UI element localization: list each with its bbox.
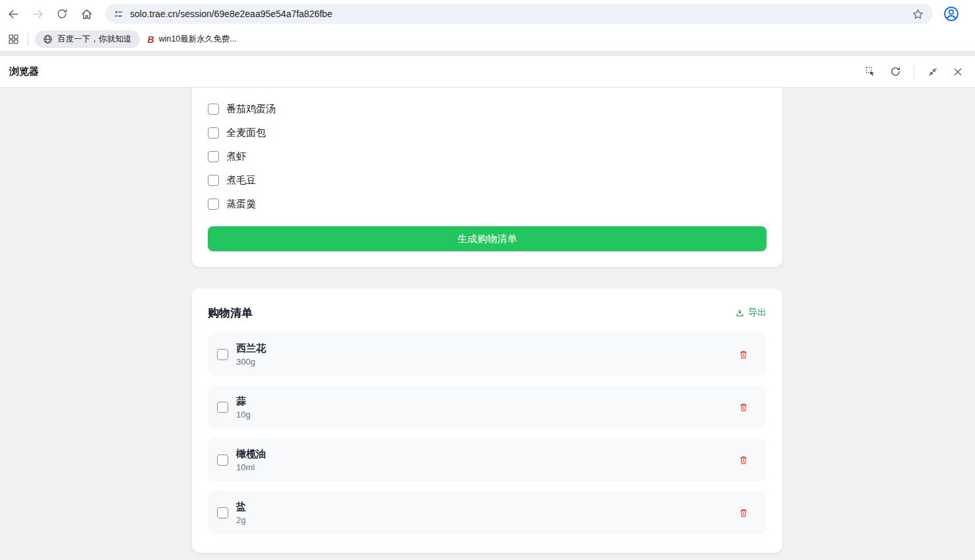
back-arrow-icon — [7, 8, 20, 20]
globe-icon — [43, 34, 53, 44]
trash-icon — [738, 402, 749, 413]
recipe-row: 番茄鸡蛋汤 — [208, 97, 767, 121]
home-button[interactable] — [77, 5, 96, 23]
forward-arrow-icon — [32, 8, 44, 20]
recipe-checkbox[interactable] — [208, 175, 219, 186]
item-checkbox[interactable] — [217, 454, 228, 466]
browser-top-bar: solo.trae.cn/session/69e8e2eaa95e54a7fa8… — [0, 0, 975, 28]
collapse-arrows-icon — [928, 67, 938, 77]
delete-item-button[interactable] — [735, 451, 752, 468]
refresh-icon — [890, 66, 901, 77]
forward-button[interactable] — [28, 5, 47, 23]
profile-button[interactable] — [942, 5, 960, 23]
reload-icon — [56, 8, 68, 20]
recipe-checkbox[interactable] — [208, 127, 219, 139]
reload-button[interactable] — [53, 5, 71, 23]
page-content: 番茄鸡蛋汤 全麦面包 煮虾 煮毛豆 蒸蛋羹 生成购物清单 购物清单 导出 — [0, 88, 975, 560]
recipe-checkbox[interactable] — [208, 151, 219, 162]
apps-grid-button[interactable] — [5, 32, 21, 47]
recipe-label: 煮虾 — [226, 150, 246, 163]
download-icon — [735, 308, 745, 318]
divider-strip — [0, 51, 975, 56]
generate-shopping-list-button[interactable]: 生成购物清单 — [208, 226, 767, 251]
close-panel-button[interactable] — [950, 64, 966, 80]
star-icon — [912, 8, 924, 20]
item-quantity: 2g — [236, 515, 246, 525]
delete-item-button[interactable] — [735, 398, 752, 416]
recipe-checklist-card: 番茄鸡蛋汤 全麦面包 煮虾 煮毛豆 蒸蛋羹 生成购物清单 — [192, 88, 782, 267]
home-icon — [80, 8, 93, 20]
export-label: 导出 — [748, 307, 767, 319]
bookmark-star-button[interactable] — [910, 7, 925, 21]
shopping-list-item: 橄榄油 10ml — [208, 438, 767, 482]
trash-icon — [738, 454, 749, 466]
item-quantity: 300g — [236, 357, 266, 367]
item-name: 橄榄油 — [236, 448, 266, 460]
recipe-checkbox[interactable] — [208, 104, 219, 115]
recipe-row: 全麦面包 — [208, 121, 767, 144]
item-name: 西兰花 — [236, 342, 266, 354]
item-checkbox[interactable] — [217, 402, 228, 413]
item-text: 蒜 10g — [236, 395, 251, 420]
collapse-panel-button[interactable] — [925, 64, 941, 80]
panel-refresh-button[interactable] — [887, 64, 903, 80]
shopping-list-card: 购物清单 导出 西兰花 300g 蒜 10g — [192, 288, 782, 553]
url-text: solo.trae.cn/session/69e8e2eaa95e54a7fa8… — [130, 9, 910, 19]
item-checkbox[interactable] — [217, 349, 228, 360]
bookmark-baidu[interactable]: 百度一下，你就知道 — [35, 30, 140, 48]
element-picker-button[interactable] — [862, 64, 878, 80]
recipe-label: 番茄鸡蛋汤 — [226, 103, 276, 115]
shopping-list-header: 购物清单 导出 — [208, 304, 767, 321]
toolbar-separator — [914, 65, 914, 78]
item-checkbox[interactable] — [217, 507, 228, 518]
item-name: 蒜 — [236, 395, 251, 407]
bookmark-win10[interactable]: B win10最新永久免费... — [140, 30, 245, 48]
item-quantity: 10g — [236, 410, 251, 420]
shopping-list-title: 购物清单 — [208, 305, 253, 321]
bookmark-label: 百度一下，你就知道 — [57, 34, 132, 45]
panel-title: 浏览器 — [9, 65, 39, 78]
delete-item-button[interactable] — [735, 346, 752, 363]
delete-item-button[interactable] — [735, 504, 752, 521]
panel-actions — [862, 64, 966, 80]
export-button[interactable]: 导出 — [735, 307, 767, 319]
shopping-list-item: 蒜 10g — [208, 385, 767, 429]
item-text: 西兰花 300g — [236, 342, 266, 367]
recipe-row: 煮虾 — [208, 144, 767, 168]
profile-avatar-icon — [943, 5, 960, 22]
recipe-row: 煮毛豆 — [208, 168, 767, 192]
element-picker-icon — [865, 66, 876, 77]
item-text: 盐 2g — [236, 501, 246, 525]
address-bar[interactable]: solo.trae.cn/session/69e8e2eaa95e54a7fa8… — [106, 4, 933, 24]
site-b-logo-icon: B — [148, 35, 154, 44]
apps-grid-icon — [8, 34, 19, 45]
panel-toolbar: 浏览器 — [0, 56, 975, 88]
recipe-label: 煮毛豆 — [226, 174, 256, 187]
recipe-checkbox[interactable] — [208, 199, 219, 210]
bookmarks-separator — [28, 33, 28, 46]
bookmarks-bar: 百度一下，你就知道 B win10最新永久免费... — [0, 28, 975, 51]
recipe-label: 全麦面包 — [226, 127, 266, 139]
site-settings-tune-icon — [113, 9, 123, 19]
back-button[interactable] — [4, 5, 22, 23]
trash-icon — [738, 507, 749, 518]
shopping-list-item: 盐 2g — [208, 491, 767, 534]
shopping-list-item: 西兰花 300g — [208, 332, 767, 376]
item-text: 橄榄油 10ml — [236, 448, 266, 472]
close-icon — [953, 67, 963, 77]
trash-icon — [738, 349, 749, 360]
recipe-label: 蒸蛋羹 — [226, 198, 256, 210]
recipe-row: 蒸蛋羹 — [208, 192, 767, 216]
bookmark-label: win10最新永久免费... — [159, 34, 237, 45]
item-name: 盐 — [236, 501, 246, 513]
item-quantity: 10ml — [236, 462, 266, 472]
